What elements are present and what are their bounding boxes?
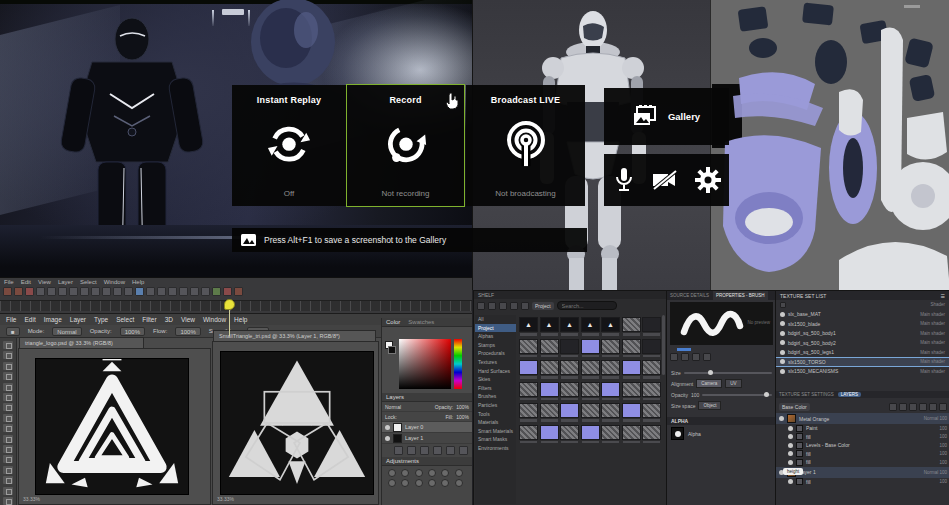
toolbar-icon-0[interactable] xyxy=(3,287,12,296)
menu-3d[interactable]: 3D xyxy=(165,316,173,323)
size-space-value[interactable]: Object xyxy=(698,401,721,410)
shelf-thumbnail-1-2[interactable] xyxy=(560,339,579,359)
eyedropper-tool-icon[interactable] xyxy=(3,393,13,401)
shelf-thumbnail-5-3[interactable] xyxy=(581,425,600,445)
visibility-eye-icon[interactable] xyxy=(780,359,785,364)
crop-tool-icon[interactable] xyxy=(3,383,13,391)
fill-value[interactable]: 100% xyxy=(456,414,469,420)
visibility-eye-icon[interactable] xyxy=(788,460,793,465)
adjustment-icon-7[interactable] xyxy=(401,479,409,487)
menu-layer[interactable]: Layer xyxy=(58,279,73,285)
eraser-tool-icon[interactable] xyxy=(3,435,13,443)
shelf-thumbnail-3-3[interactable] xyxy=(581,382,600,402)
shelf-thumbnail-0-1[interactable]: ▲ xyxy=(540,317,559,337)
timeline-ruler[interactable] xyxy=(0,300,472,311)
tab-texture-set-settings[interactable]: TEXTURE SET SETTINGS xyxy=(779,392,834,397)
add-group-icon[interactable] xyxy=(909,403,917,411)
visibility-eye-icon[interactable] xyxy=(780,321,785,326)
move-tool-icon[interactable] xyxy=(3,341,13,349)
menu-help[interactable]: Help xyxy=(234,316,247,323)
visibility-eye-icon[interactable] xyxy=(780,369,785,374)
document-area-2[interactable]: 33.33% xyxy=(212,341,379,505)
menu-layer[interactable]: Layer xyxy=(70,316,86,323)
menu-edit[interactable]: Edit xyxy=(24,316,35,323)
shelf-thumbnail-2-1[interactable] xyxy=(540,360,559,380)
layer-style-icon[interactable] xyxy=(407,446,416,455)
visibility-eye-icon[interactable] xyxy=(780,350,785,355)
tab-swatches[interactable]: Swatches xyxy=(408,319,434,325)
shelf-thumbnail-2-0[interactable] xyxy=(519,360,538,380)
shelf-thumbnail-4-4[interactable] xyxy=(601,403,620,423)
gallery-button[interactable]: Gallery xyxy=(604,88,729,145)
shelf-thumbnail-3-5[interactable] xyxy=(622,382,641,402)
toolbar-icon-9[interactable] xyxy=(102,287,111,296)
foreground-background-swatches[interactable] xyxy=(385,341,396,355)
document-tab-2[interactable]: SmallTriangle_tri.psd @ 33.3% (Layer 1, … xyxy=(213,330,376,341)
shelf-thumbnail-2-4[interactable] xyxy=(601,360,620,380)
menu-filter[interactable]: Filter xyxy=(142,316,156,323)
shelf-thumbnail-1-4[interactable] xyxy=(601,339,620,359)
toolbar-icon-17[interactable] xyxy=(190,287,199,296)
shelf-thumbnail-1-6[interactable] xyxy=(642,339,661,359)
delete-layer-icon[interactable] xyxy=(459,446,468,455)
shelf-thumbnail-1-5[interactable] xyxy=(622,339,641,359)
menu-select[interactable]: Select xyxy=(80,279,97,285)
gradient-tool-icon[interactable] xyxy=(3,445,13,453)
adjustment-icon-9[interactable] xyxy=(428,479,436,487)
shelf-category-environments[interactable]: Environments xyxy=(475,444,516,453)
new-layer-icon[interactable] xyxy=(446,446,455,455)
zoom-readout-2[interactable]: 33.33% xyxy=(217,496,234,502)
canvas-2[interactable] xyxy=(221,352,373,494)
shelf-thumbnail-4-2[interactable] xyxy=(560,403,579,423)
adjustment-icon-1[interactable] xyxy=(401,469,409,477)
heal-tool-icon[interactable] xyxy=(3,403,13,411)
painter-2d-viewport[interactable] xyxy=(710,0,949,290)
shelf-thumbnail-4-3[interactable] xyxy=(581,403,600,423)
delete-icon[interactable] xyxy=(939,403,947,411)
add-paint-icon[interactable] xyxy=(889,403,897,411)
shelf-thumbnail-2-6[interactable] xyxy=(642,360,661,380)
shelf-category-particles[interactable]: Particles xyxy=(475,401,516,410)
menu-view[interactable]: View xyxy=(181,316,195,323)
grid-view-icon[interactable] xyxy=(488,302,496,310)
shelf-thumbnail-2-2[interactable] xyxy=(560,360,579,380)
tab-source-details[interactable]: SOURCE DETAILS xyxy=(667,291,712,300)
layer-row[interactable]: fill100 xyxy=(776,478,949,487)
flow-value[interactable]: 100% xyxy=(175,327,200,336)
menu-burger-icon[interactable]: ☰ xyxy=(941,293,945,299)
adjustment-icon-0[interactable] xyxy=(388,469,396,477)
visibility-eye-icon[interactable] xyxy=(788,426,793,431)
gear-icon[interactable] xyxy=(695,167,721,193)
shape-tool-icon[interactable] xyxy=(3,476,13,484)
visibility-eye-icon[interactable] xyxy=(788,451,793,456)
shelf-thumbnail-1-3[interactable] xyxy=(581,339,600,359)
shelf-thumbnail-3-1[interactable] xyxy=(540,382,559,402)
wand-tool-icon[interactable] xyxy=(3,372,13,380)
layer-row[interactable]: Levels - Base Color100 xyxy=(776,441,949,450)
toolbar-icon-1[interactable] xyxy=(14,287,23,296)
pen-tool-icon[interactable] xyxy=(3,455,13,463)
zoom-tool-icon[interactable] xyxy=(3,497,13,505)
menu-view[interactable]: View xyxy=(38,279,51,285)
menu-select[interactable]: Select xyxy=(116,316,134,323)
toolbar-icon-3[interactable] xyxy=(36,287,45,296)
type-tool-icon[interactable] xyxy=(3,466,13,474)
filter-chip[interactable]: Project xyxy=(532,302,554,310)
toolbar-icon-11[interactable] xyxy=(124,287,133,296)
toolbar-icon-20[interactable] xyxy=(223,287,232,296)
alignment-uv[interactable]: UV xyxy=(725,379,741,388)
document-tab-1[interactable]: triangle_logo.psd @ 33.3% (RGB/8) xyxy=(19,337,144,348)
visibility-eye-icon[interactable] xyxy=(780,331,785,336)
toolbar-icon-12[interactable] xyxy=(135,287,144,296)
toolbar-icon-2[interactable] xyxy=(25,287,34,296)
shelf-thumbnail-0-4[interactable]: ▲ xyxy=(601,317,620,337)
layers-opacity-value[interactable]: 100% xyxy=(456,404,469,410)
texture-set-row[interactable]: bdgirl_sq_500_body1Main shader xyxy=(776,329,949,339)
add-fill-icon[interactable] xyxy=(899,403,907,411)
link-layers-icon[interactable] xyxy=(394,446,403,455)
toolbar-icon-13[interactable] xyxy=(146,287,155,296)
layer-row[interactable]: fill100 xyxy=(776,458,949,467)
hand-tool-icon[interactable] xyxy=(3,487,13,495)
shelf-category-procedurals[interactable]: Procedurals xyxy=(475,349,516,358)
toolbar-icon-19[interactable] xyxy=(212,287,221,296)
